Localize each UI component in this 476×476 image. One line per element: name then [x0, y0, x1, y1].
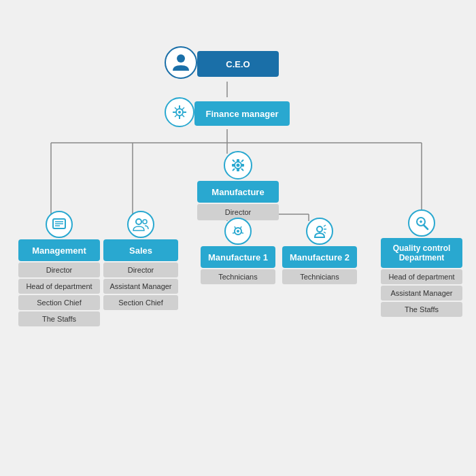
svg-line-21 — [175, 115, 177, 117]
quality-item-3: The Staffs — [381, 302, 462, 317]
svg-line-39 — [324, 232, 326, 233]
svg-rect-25 — [237, 159, 239, 162]
manufacture1-icon — [224, 218, 252, 245]
ceo-title: C.E.O — [197, 51, 279, 77]
sales-title: Sales — [103, 239, 178, 261]
management-item-1: Director — [18, 262, 100, 277]
svg-point-33 — [143, 220, 147, 224]
svg-point-32 — [136, 219, 141, 224]
sales-item-2: Assistant Manager — [103, 279, 178, 294]
quality-icon — [408, 209, 435, 237]
manufacture2-item-1: Technicians — [282, 269, 357, 284]
svg-point-11 — [177, 54, 185, 63]
manufacture2-node: Manufacture 2 Technicians — [282, 218, 357, 284]
management-item-4: The Staffs — [18, 311, 100, 326]
manufacture2-title: Manufacture 2 — [282, 246, 357, 268]
ceo-icon — [165, 46, 197, 79]
quality-item-1: Head of department — [381, 269, 462, 284]
sales-node: Sales Director Assistant Manager Section… — [103, 211, 178, 310]
svg-rect-24 — [241, 164, 244, 167]
finance-node: Finance manager — [165, 97, 290, 130]
manufacture-title: Manufacture — [197, 181, 279, 203]
quality-node: Quality control Department Head of depar… — [381, 209, 462, 317]
management-item-3: Section Chief — [18, 295, 100, 310]
manufacture-node: Manufacture Director — [197, 151, 279, 220]
quality-title: Quality control Department — [381, 238, 462, 268]
management-item-2: Head of department — [18, 279, 100, 294]
svg-line-37 — [324, 225, 326, 226]
svg-point-27 — [237, 164, 240, 167]
sales-icon — [127, 211, 154, 238]
sales-item-1: Director — [103, 262, 178, 277]
management-node: Management Director Head of department S… — [18, 211, 100, 326]
svg-rect-26 — [237, 169, 239, 171]
svg-point-35 — [237, 230, 239, 233]
svg-line-20 — [182, 107, 184, 109]
svg-line-19 — [182, 115, 184, 117]
ceo-node: C.E.O — [165, 46, 279, 82]
svg-point-13 — [178, 111, 181, 114]
manufacture-icon — [224, 151, 252, 180]
svg-line-18 — [175, 107, 177, 109]
finance-icon — [165, 97, 194, 127]
svg-point-36 — [317, 226, 322, 232]
finance-title: Finance manager — [194, 101, 290, 126]
org-chart: C.E.O Finance ma — [0, 0, 476, 476]
quality-item-2: Assistant Manager — [381, 286, 462, 301]
manufacture1-title: Manufacture 1 — [201, 246, 275, 268]
manufacture2-icon — [306, 218, 333, 245]
manufacture1-item-1: Technicians — [201, 269, 275, 284]
sales-item-3: Section Chief — [103, 295, 178, 310]
svg-line-41 — [424, 225, 428, 229]
management-icon — [46, 211, 73, 238]
management-title: Management — [18, 239, 100, 261]
svg-rect-23 — [232, 164, 235, 167]
manufacture1-node: Manufacture 1 Technicians — [201, 218, 275, 284]
